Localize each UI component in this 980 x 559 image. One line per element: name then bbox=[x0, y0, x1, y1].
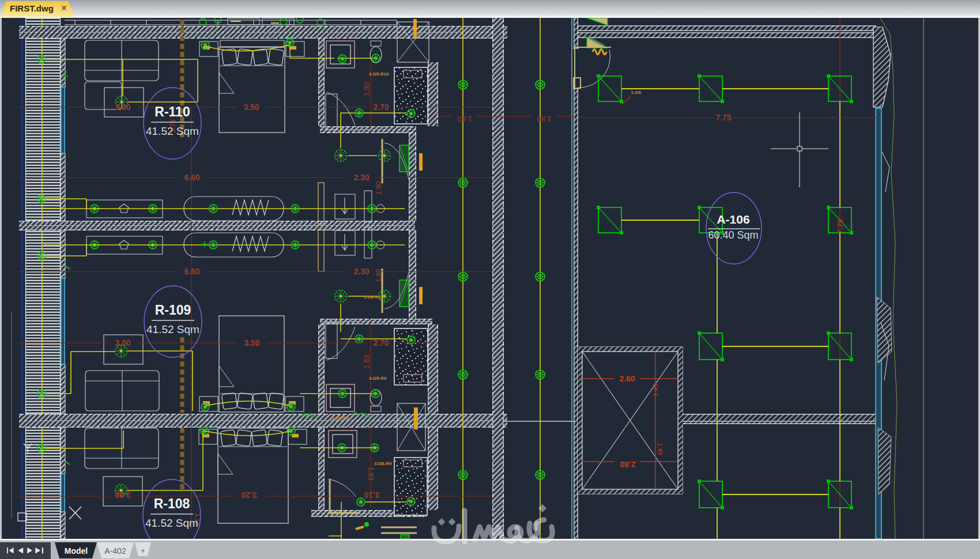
svg-text:7.75: 7.75 bbox=[836, 219, 845, 233]
svg-text:2.70: 2.70 bbox=[373, 103, 389, 112]
svg-text:A-402: A-402 bbox=[104, 546, 126, 556]
svg-text:1.80: 1.80 bbox=[537, 115, 551, 123]
svg-text:3.10: 3.10 bbox=[364, 490, 379, 500]
svg-text:6.60: 6.60 bbox=[184, 267, 199, 276]
svg-text:R-110: R-110 bbox=[154, 104, 190, 119]
svg-text:6.60: 6.60 bbox=[184, 173, 199, 182]
svg-text:2.30: 2.30 bbox=[353, 267, 369, 276]
svg-text:3-D8-R9: 3-D8-R9 bbox=[374, 461, 392, 466]
svg-text:1.49: 1.49 bbox=[657, 443, 664, 455]
svg-text:1-D8-R10: 1-D8-R10 bbox=[364, 294, 384, 300]
svg-text:1.80: 1.80 bbox=[363, 82, 371, 96]
svg-text:3.00: 3.00 bbox=[115, 103, 130, 112]
svg-text:2.30: 2.30 bbox=[353, 173, 369, 182]
svg-text:3.50: 3.50 bbox=[244, 338, 259, 348]
svg-text:7.75: 7.75 bbox=[715, 113, 731, 122]
svg-text:60.40 Sqm: 60.40 Sqm bbox=[708, 229, 758, 241]
svg-text:3-D5-R10: 3-D5-R10 bbox=[369, 71, 389, 77]
svg-text:3.20: 3.20 bbox=[241, 490, 257, 500]
svg-text:2.70: 2.70 bbox=[373, 338, 389, 348]
svg-text:3.00: 3.00 bbox=[115, 490, 130, 500]
svg-text:41.52 Sqm: 41.52 Sqm bbox=[146, 323, 199, 335]
svg-text:3.00: 3.00 bbox=[115, 338, 130, 348]
svg-text:Model: Model bbox=[65, 546, 88, 556]
svg-text:3-D8-R9: 3-D8-R9 bbox=[331, 416, 349, 421]
svg-text:1.80: 1.80 bbox=[375, 269, 383, 282]
svg-text:41.52 Sqm: 41.52 Sqm bbox=[146, 125, 199, 137]
svg-text:1.83: 1.83 bbox=[363, 355, 371, 369]
svg-text:R-109: R-109 bbox=[155, 303, 191, 318]
svg-text:1.80: 1.80 bbox=[457, 115, 472, 123]
svg-text:1.45: 1.45 bbox=[652, 384, 659, 396]
svg-text:1-D8: 1-D8 bbox=[631, 90, 641, 95]
svg-text:2.80: 2.80 bbox=[620, 460, 635, 469]
svg-text:1.80: 1.80 bbox=[375, 181, 383, 195]
svg-text:3-D5-R9: 3-D5-R9 bbox=[369, 376, 387, 381]
svg-text:2.60: 2.60 bbox=[619, 374, 635, 383]
svg-text:A-106: A-106 bbox=[717, 213, 749, 226]
svg-text:3.50: 3.50 bbox=[243, 103, 259, 112]
svg-text:+: + bbox=[141, 546, 145, 555]
svg-text:1.83: 1.83 bbox=[367, 467, 375, 481]
svg-text:R-108: R-108 bbox=[154, 496, 190, 511]
svg-text:41.52 Sqm: 41.52 Sqm bbox=[145, 517, 198, 529]
